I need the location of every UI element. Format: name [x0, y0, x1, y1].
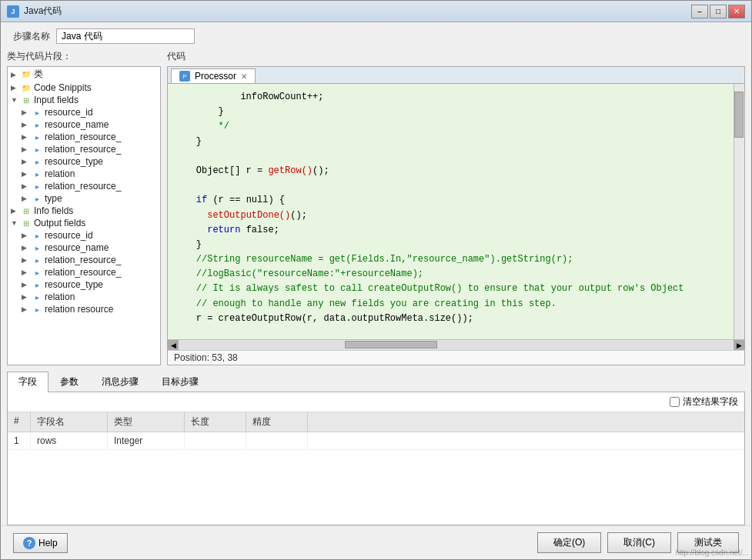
- bottom-tab-bar: 字段 参数 消息步骤 目标步骤: [7, 372, 745, 392]
- code-scroll[interactable]: infoRowCount++; } */ } Object[] r = getR…: [168, 84, 744, 339]
- tree-item-label: Code Snippits: [34, 82, 92, 93]
- processor-tab[interactable]: P Processor ✕: [171, 68, 256, 83]
- maximize-button[interactable]: □: [710, 5, 727, 18]
- tree-item-label: Input fields: [34, 95, 79, 105]
- col-header-name: 字段名: [31, 412, 108, 432]
- expand-arrow: ▶: [22, 145, 31, 153]
- tree-item-label: relation_resource_: [45, 255, 121, 265]
- code-horizontal-scrollbar[interactable]: ◀ ▶: [168, 339, 744, 350]
- bottom-toolbar: 清空结果字段: [8, 392, 744, 412]
- expand-arrow: ▶: [22, 268, 31, 276]
- tree-item-resource-id[interactable]: ▶ ▸ resource_id: [8, 106, 160, 118]
- tab-target-steps[interactable]: 目标步骤: [150, 372, 210, 392]
- code-content: infoRowCount++; } */ } Object[] r = getR…: [168, 84, 744, 339]
- code-tab-label: Processor: [195, 71, 236, 82]
- cell-length: [185, 432, 246, 449]
- tree-item-out-relation-resource[interactable]: ▶ ▸ relation resource: [8, 303, 160, 315]
- tree-item-label: relation: [45, 292, 75, 302]
- group-icon: ⊞: [20, 95, 32, 105]
- tree-item-label: Info fields: [34, 205, 73, 216]
- tree-item-label: relation_resource_: [45, 144, 121, 155]
- expand-arrow: ▶: [22, 244, 31, 252]
- clear-result-checkbox[interactable]: [670, 397, 680, 407]
- tree-item-type[interactable]: ▶ ▸ type: [8, 192, 160, 205]
- main-content: 类与代码片段： ▶ 📁 类 ▶ 📁 Code Snippits: [1, 50, 751, 372]
- tree-item-resource-type[interactable]: ▶ ▸ resource_type: [8, 155, 160, 168]
- expand-arrow: ▼: [11, 219, 20, 227]
- tree-item-label: Output fields: [34, 218, 85, 228]
- code-text: infoRowCount++; } */ } Object[] r = getR…: [174, 90, 738, 339]
- clear-result-checkbox-container[interactable]: 清空结果字段: [670, 395, 738, 408]
- fields-table: # 字段名 类型 长度 精度 1 rows Integer: [8, 412, 744, 450]
- table-row[interactable]: 1 rows Integer: [8, 432, 744, 450]
- help-icon: ?: [23, 537, 35, 549]
- vertical-scrollbar[interactable]: [734, 84, 744, 339]
- tree-item-relation-resource-1[interactable]: ▶ ▸ relation_resource_: [8, 131, 160, 143]
- tree-item-relation-resource-2[interactable]: ▶ ▸ relation_resource_: [8, 143, 160, 155]
- bottom-section: 字段 参数 消息步骤 目标步骤 清空结果字段 # 字段名 类型 长度 精度: [1, 372, 751, 525]
- tree-item-out-relation-2[interactable]: ▶ ▸ relation_resource_: [8, 266, 160, 278]
- expand-arrow: ▶: [22, 195, 31, 202]
- field-icon: ▸: [31, 168, 43, 179]
- col-header-length: 长度: [185, 412, 246, 432]
- tree-item-out-resource-id[interactable]: ▶ ▸ resource_id: [8, 229, 160, 242]
- cell-name: rows: [31, 432, 108, 449]
- watermark: http://blog.csdn.net/...: [675, 548, 749, 557]
- tree-item-output-fields[interactable]: ▼ ⊞ Output fields: [8, 217, 160, 229]
- tree-item-label: resource_name: [45, 242, 109, 253]
- expand-arrow: ▶: [22, 281, 31, 288]
- tree-item-label: resource_id: [45, 107, 93, 118]
- expand-arrow: ▶: [22, 305, 31, 313]
- tree-item-classes[interactable]: ▶ 📁 类: [8, 67, 160, 82]
- tab-fields[interactable]: 字段: [7, 372, 48, 392]
- window-title: Java代码: [24, 5, 687, 18]
- tree-item-out-resource-type[interactable]: ▶ ▸ resource_type: [8, 278, 160, 291]
- tree-item-code-snippets[interactable]: ▶ 📁 Code Snippits: [8, 82, 160, 94]
- horizontal-scrollbar[interactable]: [8, 365, 160, 365]
- minimize-button[interactable]: –: [691, 5, 708, 18]
- tree-item-relation-resource-3[interactable]: ▶ ▸ relation_resource_: [8, 180, 160, 192]
- tree-item-input-fields[interactable]: ▼ ⊞ Input fields: [8, 94, 160, 106]
- expand-arrow: ▼: [11, 96, 20, 104]
- tree-item-label: resource_type: [45, 156, 103, 167]
- tree-scroll[interactable]: ▶ 📁 类 ▶ 📁 Code Snippits ▼ ⊞ Input fields: [8, 67, 160, 365]
- tab-message-steps[interactable]: 消息步骤: [90, 372, 150, 392]
- confirm-button[interactable]: 确定(O): [537, 532, 601, 553]
- tree-item-out-resource-name[interactable]: ▶ ▸ resource_name: [8, 242, 160, 254]
- code-tab-close-button[interactable]: ✕: [241, 72, 247, 81]
- scroll-track: [179, 341, 734, 350]
- close-button[interactable]: ✕: [728, 5, 745, 18]
- field-icon: ▸: [31, 181, 43, 192]
- cancel-button[interactable]: 取消(C): [607, 532, 671, 553]
- position-bar: Position: 53, 38: [168, 350, 744, 365]
- tab-params[interactable]: 参数: [48, 372, 90, 392]
- code-tab-bar: P Processor ✕: [168, 67, 744, 84]
- clear-result-label: 清空结果字段: [683, 395, 738, 408]
- scroll-right-btn[interactable]: ▶: [734, 340, 744, 351]
- tree-item-label: resource_type: [45, 279, 103, 290]
- tree-item-out-relation[interactable]: ▶ ▸ relation: [8, 291, 160, 303]
- group-icon: ⊞: [20, 205, 32, 216]
- step-name-input[interactable]: [56, 28, 195, 44]
- help-button[interactable]: ? Help: [13, 533, 68, 553]
- help-label: Help: [38, 538, 58, 548]
- tree-container: ▶ 📁 类 ▶ 📁 Code Snippits ▼ ⊞ Input fields: [7, 66, 161, 365]
- step-name-row: 步骤名称: [1, 22, 751, 50]
- scrollbar-thumb: [345, 341, 437, 348]
- col-header-num: #: [8, 412, 31, 432]
- expand-arrow: ▶: [11, 207, 20, 215]
- app-icon: J: [7, 5, 19, 18]
- tree-item-info-fields[interactable]: ▶ ⊞ Info fields: [8, 205, 160, 217]
- folder-icon: 📁: [20, 82, 32, 93]
- tree-item-relation[interactable]: ▶ ▸ relation: [8, 168, 160, 180]
- tree-item-resource-name[interactable]: ▶ ▸ resource_name: [8, 118, 160, 131]
- expand-arrow: ▶: [22, 158, 31, 165]
- tree-item-out-relation-1[interactable]: ▶ ▸ relation_resource_: [8, 254, 160, 266]
- expand-arrow: ▶: [11, 71, 20, 78]
- tree-item-label: resource_name: [45, 119, 109, 130]
- expand-arrow: ▶: [22, 256, 31, 264]
- expand-arrow: ▶: [22, 170, 31, 178]
- bottom-content: 清空结果字段 # 字段名 类型 长度 精度 1 rows Integer: [7, 392, 745, 525]
- table-header: # 字段名 类型 长度 精度: [8, 412, 744, 432]
- scroll-left-btn[interactable]: ◀: [168, 340, 179, 351]
